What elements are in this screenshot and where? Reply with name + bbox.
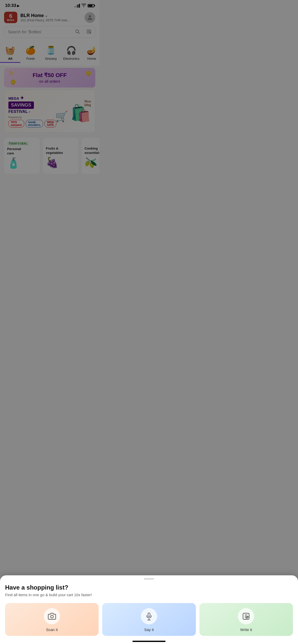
modal-overlay [0, 0, 99, 215]
